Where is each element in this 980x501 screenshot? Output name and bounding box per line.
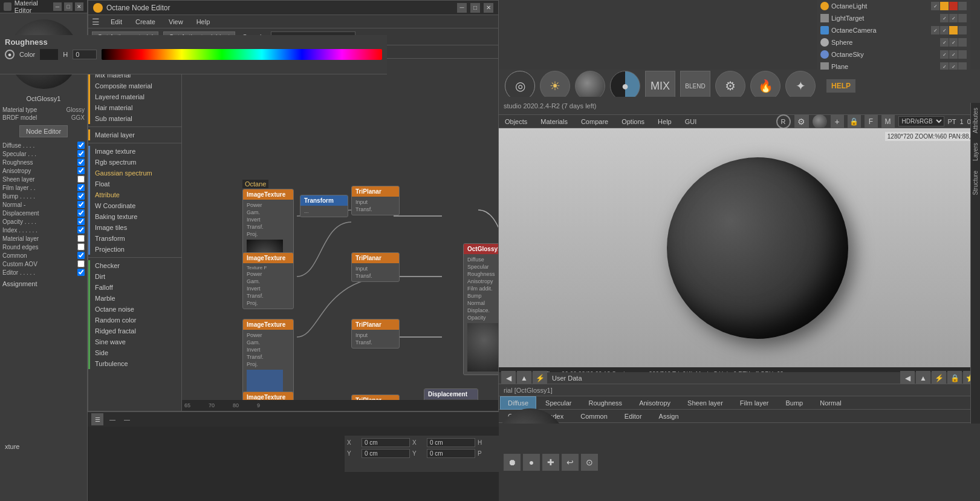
app-menu-objects[interactable]: Objects [502,117,530,126]
assignment-label[interactable]: Assignment [0,277,87,291]
app-menu-materials[interactable]: Materials [538,117,570,126]
prop-bump-check[interactable] [77,192,85,200]
prop-film-check[interactable] [77,184,85,191]
so-cam-check-4[interactable] [958,26,967,34]
list-gaussian-spectrum[interactable]: Gaussian spectrum [88,168,181,178]
prop-customaov-check[interactable] [77,260,85,267]
list-octane-noise[interactable]: Octane noise [88,304,181,315]
prop-common-check[interactable] [77,252,85,259]
prop-roundedges-check[interactable] [77,243,85,250]
prop-opacity-check[interactable] [77,218,85,225]
list-w-coordinate[interactable]: W Coordinate [88,200,181,211]
ud-filter-btn[interactable]: ⚡ [533,371,547,385]
sphere-small-icon[interactable] [813,114,827,129]
help-label[interactable]: HELP [826,79,855,93]
node-transform-1[interactable]: Transform ... [300,195,348,217]
so-lt-check-2[interactable]: ✓ [949,14,958,22]
list-composite-material[interactable]: Composite material [88,80,181,91]
list-checker[interactable]: Checker [88,260,181,271]
prop-diffuse-check[interactable] [77,142,85,149]
ud-btn-1[interactable]: ◀ [900,371,915,385]
lock-icon[interactable]: ⚙ [794,114,809,129]
node-editor-open-button[interactable]: Node Editor [19,125,68,137]
list-sub-material[interactable]: Sub material [88,113,181,124]
app-menu-help[interactable]: Help [655,117,674,126]
node-minimize-button[interactable]: ─ [457,3,467,13]
node-triplanar-1[interactable]: TriPlanar Input Transf. [351,186,400,215]
so-check-2[interactable] [940,2,949,10]
prop-displacement-check[interactable] [77,209,85,217]
lock-btn[interactable]: 🔒 [848,115,861,128]
ud-nav-back[interactable]: ◀ [501,371,516,385]
list-falloff[interactable]: Falloff [88,282,181,293]
so-check-3[interactable] [949,2,958,10]
list-sine-wave[interactable]: Sine wave [88,336,181,347]
so-check-1[interactable]: ✓ [931,2,939,10]
so-octanelight[interactable]: OctaneLight ✓ [817,0,970,12]
list-image-texture[interactable]: Image texture [88,146,181,157]
list-attribute[interactable]: Attribute [88,189,181,200]
so-cam-check-3[interactable] [949,26,958,34]
attr-tab-structure[interactable]: Structure [971,166,980,200]
prop-matlayer-check[interactable] [77,235,85,242]
menu-view[interactable]: View [166,17,186,27]
node-maximize-button[interactable]: □ [470,3,480,13]
btab-film[interactable]: Film layer [732,396,777,410]
list-dirt[interactable]: Dirt [88,271,181,282]
ud-btn-3[interactable]: ⚡ [932,371,946,385]
mat-minimize-button[interactable]: ─ [53,2,62,11]
so-cam-check-1[interactable]: ✓ [931,26,939,34]
play-circle-btn[interactable]: ● [523,454,540,471]
plus-icon[interactable]: + [831,115,844,128]
so-sp-check-3[interactable] [958,38,967,47]
btab-normal[interactable]: Normal [812,396,849,410]
list-projection[interactable]: Projection [88,244,181,255]
btab-sheen[interactable]: Sheen layer [680,396,731,410]
btab-editor[interactable]: Editor [617,410,650,423]
prop-index-check[interactable] [77,226,85,234]
node-close-button[interactable]: ✕ [484,3,493,13]
app-menu-compare[interactable]: Compare [579,117,611,126]
prop-normal-check[interactable] [77,201,85,208]
list-transform[interactable]: Transform [88,233,181,244]
so-sp-check-2[interactable]: ✓ [949,38,958,47]
inp-y2-field[interactable] [427,449,475,458]
so-sky-check-3[interactable] [958,50,967,59]
btab-specular[interactable]: Specular [537,396,579,410]
play-power-btn[interactable]: ⊙ [581,454,598,471]
prop-specular-check[interactable] [77,150,85,157]
mat-maximize-button[interactable]: □ [64,2,73,11]
so-lt-check-1[interactable]: ✓ [940,14,949,22]
inp-y1-field[interactable] [362,449,410,458]
so-cam-check-2[interactable]: ✓ [940,26,949,34]
btab-roughness[interactable]: Roughness [580,396,630,410]
node-graph-canvas[interactable]: ImageTexture Power Gam. Invert Transf. P… [182,59,498,411]
menu-edit[interactable]: Edit [108,17,125,27]
btab-bump[interactable]: Bump [778,396,811,410]
so-octanecamera[interactable]: OctaneCamera ✓ ✓ [817,24,970,36]
so-octanesky[interactable]: OctaneSky ✓ ✓ [817,48,970,61]
list-turbulence[interactable]: Turbulence [88,358,181,369]
inp-x2-field[interactable] [427,438,475,447]
attr-tab-layers[interactable]: Layers [971,138,980,166]
render-circle-btn[interactable]: R [776,114,791,129]
play-add-btn[interactable]: ✚ [542,454,559,471]
tl-menu-btn[interactable]: ☰ [91,413,103,425]
hamburger-icon[interactable]: ☰ [92,17,100,27]
app-menu-gui[interactable]: GUI [683,117,699,126]
list-baking-texture[interactable]: Baking texture [88,211,181,222]
ud-nav-up[interactable]: ▲ [517,371,531,385]
menu-help[interactable]: Help [194,17,213,27]
list-marble[interactable]: Marble [88,293,181,304]
so-sky-check-2[interactable]: ✓ [949,50,958,59]
roughness-h-input[interactable] [73,50,97,59]
list-ridged-fractal[interactable]: Ridged fractal [88,326,181,336]
mat-type-value[interactable]: Glossy [66,106,85,113]
attr-tab-attributes[interactable]: Attributes [971,103,980,138]
btab-assign[interactable]: Assign [651,410,687,423]
brdf-value[interactable]: GGX [71,114,85,121]
prop-anisotropy-check[interactable] [77,167,85,174]
play-reverse-btn[interactable]: ↩ [562,454,579,471]
list-random-color[interactable]: Random color [88,315,181,326]
f-btn[interactable]: F [865,115,878,128]
